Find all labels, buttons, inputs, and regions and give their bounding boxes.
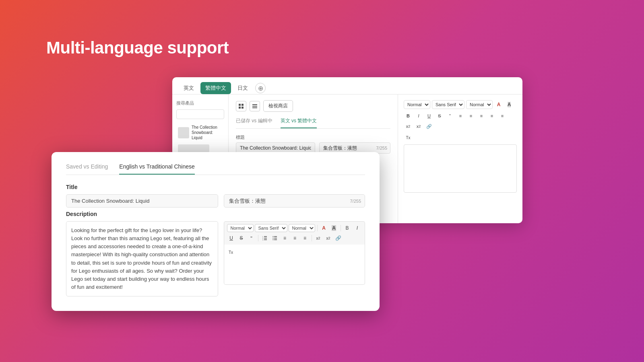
tab-en-vs-zh-back[interactable]: 英文 vs 繁體中文 <box>281 117 317 128</box>
title-zh-input-front[interactable] <box>224 194 365 208</box>
svg-point-13 <box>272 236 273 237</box>
toolbar-divider-3 <box>258 235 258 241</box>
title-field-label: 標題 <box>236 134 390 140</box>
svg-point-15 <box>272 238 273 239</box>
view-store-button[interactable]: 檢視商店 <box>263 100 293 112</box>
toolbar-divider-2 <box>341 225 341 231</box>
tab-english-back[interactable]: 英文 <box>179 82 199 94</box>
toolbar-row2-back: B I U S " ≡ ≡ ≡ ≡ ≡ x2 x2 🔗 <box>404 111 517 131</box>
font-select-front[interactable]: Sans Serif <box>255 224 287 232</box>
align-button-front[interactable]: ≡ <box>301 234 310 243</box>
align-button-back[interactable]: ≡ <box>498 111 507 120</box>
back-panel-tab-bar: 英文 繁體中文 日文 ⊕ <box>172 77 522 95</box>
add-language-button[interactable]: ⊕ <box>255 83 266 93</box>
font-color-button-front[interactable]: A <box>320 224 328 232</box>
svg-rect-6 <box>252 107 257 108</box>
sup-button-front[interactable]: x2 <box>324 234 333 243</box>
sub-button-front[interactable]: x2 <box>314 234 323 243</box>
outdent-button-front[interactable]: ≡ <box>291 234 299 243</box>
sup-button-back[interactable]: x2 <box>414 122 423 131</box>
title-row-front: 7/255 <box>66 194 365 208</box>
toolbar-divider-4 <box>312 235 312 241</box>
bold-button-front[interactable]: B <box>343 224 352 232</box>
link-button-back[interactable]: 🔗 <box>425 122 433 131</box>
font-color-button-back[interactable]: A <box>494 100 503 109</box>
size-select-back[interactable]: Normal <box>466 100 493 109</box>
front-panel-content: Saved vs Editing English vs Traditional … <box>52 152 380 311</box>
sidebar-search-input[interactable] <box>176 109 224 119</box>
back-panel-right-editor: Normal Sans Serif Normal A A B I U S " ≡… <box>398 95 522 223</box>
tab-saved-vs-editing-back[interactable]: 已儲存 vs 編輯中 <box>236 117 272 128</box>
svg-rect-2 <box>239 107 241 109</box>
sidebar-product-item[interactable]: The Collection Snowboard: Liquid <box>176 122 224 143</box>
highlight-button-front[interactable]: A <box>330 224 339 232</box>
underline-button-back[interactable]: U <box>425 111 433 120</box>
italic-button-front[interactable]: I <box>353 224 362 232</box>
grid-view-icon[interactable] <box>236 101 246 111</box>
outdent-button-back[interactable]: ≡ <box>487 111 496 120</box>
sidebar-search-label: 搜尋產品 <box>176 100 224 106</box>
underline-button-front[interactable]: U <box>227 234 236 243</box>
front-panel: Saved vs Editing English vs Traditional … <box>52 152 380 311</box>
product-thumbnail <box>178 127 189 138</box>
size-select-front[interactable]: Normal <box>289 224 315 232</box>
sub-button-back[interactable]: x2 <box>404 122 413 131</box>
ul-button-front[interactable] <box>270 234 279 243</box>
style-select-back[interactable]: Normal <box>404 100 430 109</box>
svg-rect-4 <box>252 104 257 105</box>
description-section-label: Description <box>66 211 365 217</box>
view-tab-bar: 檢視商店 <box>236 100 390 112</box>
tab-japanese-back[interactable]: 日文 <box>233 82 253 94</box>
title-char-count-front: 7/255 <box>350 199 361 204</box>
ol-button-front[interactable]: 1.2.3. <box>260 234 269 243</box>
clear-format-button-back[interactable]: Tx <box>404 133 413 142</box>
ol-button-back[interactable]: ≡ <box>456 111 465 120</box>
title-char-count-back: 7/255 <box>376 146 387 150</box>
toolbar-divider-1 <box>317 225 318 231</box>
clear-format-button-front[interactable]: Tx <box>227 248 235 257</box>
product-name: The Collection Snowboard: Liquid <box>192 125 223 140</box>
title-en-input-front[interactable] <box>66 194 218 208</box>
bold-button-back[interactable]: B <box>404 111 413 120</box>
svg-rect-0 <box>239 104 241 106</box>
svg-rect-1 <box>242 104 244 106</box>
page-title: Multi-language support <box>46 38 229 58</box>
svg-text:3.: 3. <box>262 239 264 241</box>
ul-button-back[interactable]: ≡ <box>466 111 475 120</box>
list-view-icon[interactable] <box>250 101 260 111</box>
description-row: Looking for the perfect gift for the Leg… <box>66 221 365 296</box>
indent-button-front[interactable]: ≡ <box>281 234 289 243</box>
tab-en-vs-zh-front[interactable]: English vs Traditional Chinese <box>119 163 195 175</box>
tab-saved-vs-editing-front[interactable]: Saved vs Editing <box>66 163 108 175</box>
strikethrough-button-front[interactable]: S <box>237 234 246 243</box>
svg-rect-3 <box>242 107 244 109</box>
toolbar-row-back: Normal Sans Serif Normal A A <box>404 100 517 109</box>
content-tab-bar: 已儲存 vs 編輯中 英文 vs 繁體中文 <box>236 117 390 129</box>
svg-rect-5 <box>252 106 257 107</box>
description-zh-editor: Normal Sans Serif Normal A A B I U S <box>224 221 365 296</box>
right-editor-area-back[interactable] <box>404 144 517 193</box>
strikethrough-button-back[interactable]: S <box>435 111 444 120</box>
quote-button-front[interactable]: " <box>247 234 256 243</box>
description-editor-second-row: Tx <box>224 245 365 285</box>
quote-button-back[interactable]: " <box>446 111 454 120</box>
title-section-label: Title <box>66 184 365 190</box>
italic-button-back[interactable]: I <box>414 111 423 120</box>
font-select-back[interactable]: Sans Serif <box>432 100 464 109</box>
description-en-text: Looking for the perfect gift for the Leg… <box>66 221 218 296</box>
indent-button-back[interactable]: ≡ <box>477 111 486 120</box>
front-panel-tab-bar: Saved vs Editing English vs Traditional … <box>66 163 365 175</box>
description-toolbar: Normal Sans Serif Normal A A B I U S <box>224 221 365 245</box>
tab-traditional-chinese-back[interactable]: 繁體中文 <box>200 82 231 94</box>
link-button-front[interactable]: 🔗 <box>334 234 343 243</box>
toolbar-row3-back: Tx <box>404 133 517 142</box>
highlight-button-back[interactable]: A <box>505 100 514 109</box>
svg-point-17 <box>272 239 273 240</box>
style-select-front[interactable]: Normal <box>227 224 254 232</box>
